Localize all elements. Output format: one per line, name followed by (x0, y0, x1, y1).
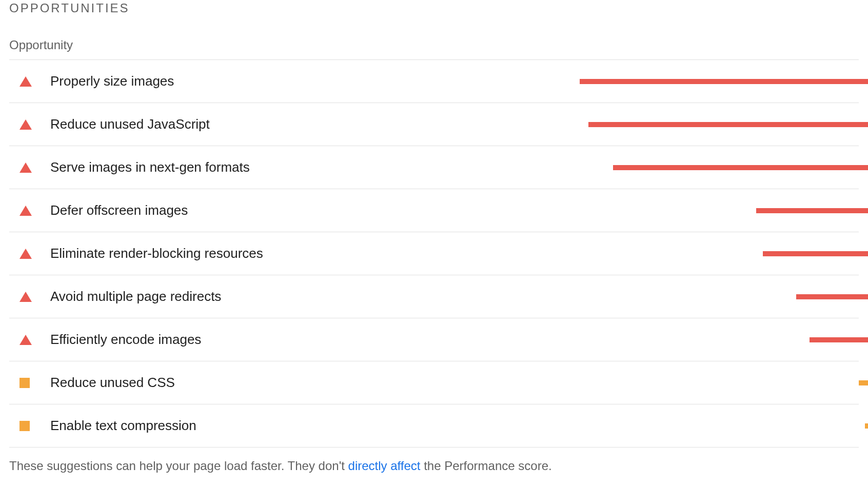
opportunity-label: Defer offscreen images (35, 202, 576, 218)
opportunity-list: Properly size imagesReduce unused JavaSc… (9, 59, 859, 448)
opportunities-section: OPPORTUNITIES Opportunity Properly size … (0, 0, 868, 473)
opportunity-row[interactable]: Enable text compression (9, 404, 859, 448)
triangle-fail-icon (9, 206, 35, 216)
opportunity-label: Enable text compression (35, 418, 576, 434)
savings-bar-area (576, 208, 868, 213)
savings-bar-area (576, 380, 868, 385)
opportunity-label: Properly size images (35, 73, 576, 89)
savings-bar (859, 380, 868, 385)
opportunity-row[interactable]: Avoid multiple page redirects (9, 275, 859, 318)
footnote-text-after: the Performance score. (421, 459, 552, 473)
opportunity-label: Serve images in next-gen formats (35, 159, 576, 175)
opportunity-row[interactable]: Efficiently encode images (9, 318, 859, 361)
savings-bar-area (576, 122, 868, 127)
opportunity-row[interactable]: Defer offscreen images (9, 189, 859, 232)
opportunity-row[interactable]: Reduce unused JavaScript (9, 103, 859, 146)
savings-bar (613, 165, 868, 170)
triangle-fail-icon (9, 335, 35, 345)
square-average-icon (9, 378, 35, 388)
savings-bar-area (576, 294, 868, 299)
footnote-text-before: These suggestions can help your page loa… (9, 459, 348, 473)
triangle-fail-icon (9, 162, 35, 173)
savings-bar (810, 337, 868, 342)
savings-bar-area (576, 251, 868, 256)
savings-bar (580, 79, 868, 84)
savings-bar (756, 208, 868, 213)
savings-bar-area (576, 423, 868, 429)
column-header-opportunity: Opportunity (9, 38, 859, 52)
opportunity-label: Eliminate render-blocking resources (35, 246, 576, 261)
opportunity-row[interactable]: Properly size images (9, 60, 859, 103)
opportunity-row[interactable]: Eliminate render-blocking resources (9, 232, 859, 275)
triangle-fail-icon (9, 76, 35, 87)
triangle-fail-icon (9, 119, 35, 130)
savings-bar (865, 423, 868, 429)
opportunity-label: Efficiently encode images (35, 332, 576, 348)
savings-bar (796, 294, 868, 299)
triangle-fail-icon (9, 249, 35, 259)
footnote-link[interactable]: directly affect (348, 459, 421, 473)
opportunity-row[interactable]: Reduce unused CSS (9, 361, 859, 404)
savings-bar-area (576, 337, 868, 342)
section-title: OPPORTUNITIES (9, 0, 859, 15)
savings-bar (588, 122, 868, 127)
triangle-fail-icon (9, 292, 35, 302)
opportunity-label: Reduce unused CSS (35, 375, 576, 391)
opportunity-row[interactable]: Serve images in next-gen formats (9, 146, 859, 189)
opportunity-label: Avoid multiple page redirects (35, 289, 576, 304)
savings-bar-area (576, 165, 868, 170)
square-average-icon (9, 421, 35, 431)
savings-bar (763, 251, 868, 256)
footnote: These suggestions can help your page loa… (9, 448, 859, 473)
savings-bar-area (576, 79, 868, 84)
opportunity-label: Reduce unused JavaScript (35, 116, 576, 132)
